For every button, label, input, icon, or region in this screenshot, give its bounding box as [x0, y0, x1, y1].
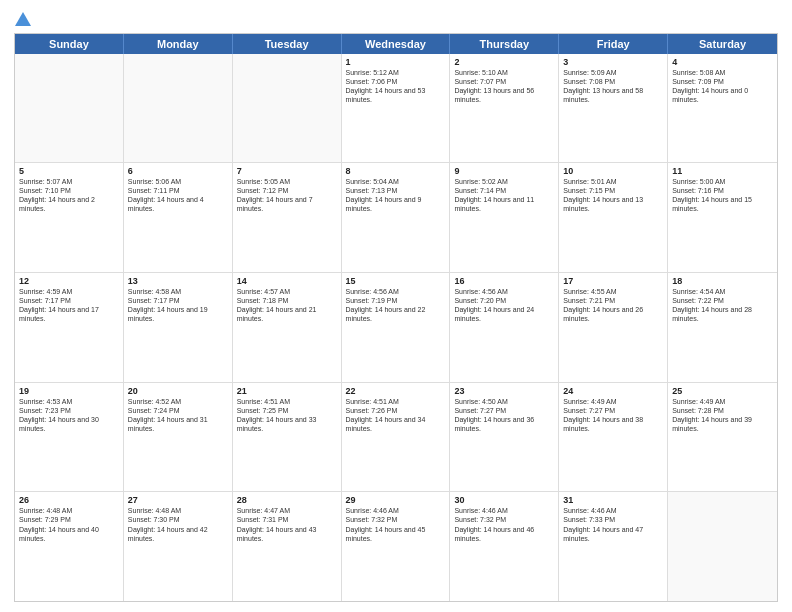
day-number: 28: [237, 495, 337, 505]
day-number: 10: [563, 166, 663, 176]
day-info: Sunrise: 4:52 AM Sunset: 7:24 PM Dayligh…: [128, 397, 228, 433]
day-info: Sunrise: 5:02 AM Sunset: 7:14 PM Dayligh…: [454, 177, 554, 213]
day-number: 13: [128, 276, 228, 286]
svg-marker-0: [15, 12, 31, 26]
day-number: 24: [563, 386, 663, 396]
day-number: 11: [672, 166, 773, 176]
day-number: 7: [237, 166, 337, 176]
calendar-day-empty: [233, 54, 342, 163]
calendar-week-5: 26Sunrise: 4:48 AM Sunset: 7:29 PM Dayli…: [15, 492, 777, 601]
header: [14, 10, 778, 27]
day-info: Sunrise: 4:49 AM Sunset: 7:27 PM Dayligh…: [563, 397, 663, 433]
calendar-day-10: 10Sunrise: 5:01 AM Sunset: 7:15 PM Dayli…: [559, 163, 668, 272]
day-info: Sunrise: 4:51 AM Sunset: 7:26 PM Dayligh…: [346, 397, 446, 433]
calendar-day-25: 25Sunrise: 4:49 AM Sunset: 7:28 PM Dayli…: [668, 383, 777, 492]
calendar-day-12: 12Sunrise: 4:59 AM Sunset: 7:17 PM Dayli…: [15, 273, 124, 382]
calendar-day-empty: [668, 492, 777, 601]
day-number: 5: [19, 166, 119, 176]
day-info: Sunrise: 4:58 AM Sunset: 7:17 PM Dayligh…: [128, 287, 228, 323]
day-number: 21: [237, 386, 337, 396]
calendar-day-empty: [15, 54, 124, 163]
calendar-day-22: 22Sunrise: 4:51 AM Sunset: 7:26 PM Dayli…: [342, 383, 451, 492]
calendar-day-27: 27Sunrise: 4:48 AM Sunset: 7:30 PM Dayli…: [124, 492, 233, 601]
day-number: 27: [128, 495, 228, 505]
calendar-day-4: 4Sunrise: 5:08 AM Sunset: 7:09 PM Daylig…: [668, 54, 777, 163]
day-number: 19: [19, 386, 119, 396]
day-number: 29: [346, 495, 446, 505]
calendar-day-17: 17Sunrise: 4:55 AM Sunset: 7:21 PM Dayli…: [559, 273, 668, 382]
day-number: 26: [19, 495, 119, 505]
day-number: 23: [454, 386, 554, 396]
calendar-day-16: 16Sunrise: 4:56 AM Sunset: 7:20 PM Dayli…: [450, 273, 559, 382]
day-info: Sunrise: 4:59 AM Sunset: 7:17 PM Dayligh…: [19, 287, 119, 323]
day-info: Sunrise: 4:56 AM Sunset: 7:20 PM Dayligh…: [454, 287, 554, 323]
calendar-day-31: 31Sunrise: 4:46 AM Sunset: 7:33 PM Dayli…: [559, 492, 668, 601]
calendar-day-19: 19Sunrise: 4:53 AM Sunset: 7:23 PM Dayli…: [15, 383, 124, 492]
calendar-day-5: 5Sunrise: 5:07 AM Sunset: 7:10 PM Daylig…: [15, 163, 124, 272]
day-number: 30: [454, 495, 554, 505]
day-info: Sunrise: 4:57 AM Sunset: 7:18 PM Dayligh…: [237, 287, 337, 323]
day-info: Sunrise: 4:48 AM Sunset: 7:29 PM Dayligh…: [19, 506, 119, 542]
calendar-day-6: 6Sunrise: 5:06 AM Sunset: 7:11 PM Daylig…: [124, 163, 233, 272]
calendar-day-20: 20Sunrise: 4:52 AM Sunset: 7:24 PM Dayli…: [124, 383, 233, 492]
weekday-header-tuesday: Tuesday: [233, 34, 342, 54]
day-number: 17: [563, 276, 663, 286]
weekday-header-sunday: Sunday: [15, 34, 124, 54]
day-number: 3: [563, 57, 663, 67]
calendar-day-15: 15Sunrise: 4:56 AM Sunset: 7:19 PM Dayli…: [342, 273, 451, 382]
calendar-day-2: 2Sunrise: 5:10 AM Sunset: 7:07 PM Daylig…: [450, 54, 559, 163]
calendar-day-8: 8Sunrise: 5:04 AM Sunset: 7:13 PM Daylig…: [342, 163, 451, 272]
calendar-day-28: 28Sunrise: 4:47 AM Sunset: 7:31 PM Dayli…: [233, 492, 342, 601]
logo: [14, 10, 31, 27]
day-info: Sunrise: 5:06 AM Sunset: 7:11 PM Dayligh…: [128, 177, 228, 213]
day-info: Sunrise: 5:09 AM Sunset: 7:08 PM Dayligh…: [563, 68, 663, 104]
calendar-week-1: 1Sunrise: 5:12 AM Sunset: 7:06 PM Daylig…: [15, 54, 777, 164]
calendar-week-4: 19Sunrise: 4:53 AM Sunset: 7:23 PM Dayli…: [15, 383, 777, 493]
day-info: Sunrise: 5:04 AM Sunset: 7:13 PM Dayligh…: [346, 177, 446, 213]
day-number: 16: [454, 276, 554, 286]
day-info: Sunrise: 4:54 AM Sunset: 7:22 PM Dayligh…: [672, 287, 773, 323]
day-number: 22: [346, 386, 446, 396]
calendar-day-14: 14Sunrise: 4:57 AM Sunset: 7:18 PM Dayli…: [233, 273, 342, 382]
day-number: 6: [128, 166, 228, 176]
day-info: Sunrise: 4:46 AM Sunset: 7:33 PM Dayligh…: [563, 506, 663, 542]
calendar-day-9: 9Sunrise: 5:02 AM Sunset: 7:14 PM Daylig…: [450, 163, 559, 272]
logo-text: [14, 10, 31, 27]
day-number: 9: [454, 166, 554, 176]
day-info: Sunrise: 5:00 AM Sunset: 7:16 PM Dayligh…: [672, 177, 773, 213]
day-number: 15: [346, 276, 446, 286]
calendar-day-23: 23Sunrise: 4:50 AM Sunset: 7:27 PM Dayli…: [450, 383, 559, 492]
day-info: Sunrise: 4:53 AM Sunset: 7:23 PM Dayligh…: [19, 397, 119, 433]
day-number: 31: [563, 495, 663, 505]
calendar-day-26: 26Sunrise: 4:48 AM Sunset: 7:29 PM Dayli…: [15, 492, 124, 601]
day-number: 14: [237, 276, 337, 286]
day-info: Sunrise: 5:07 AM Sunset: 7:10 PM Dayligh…: [19, 177, 119, 213]
calendar-week-2: 5Sunrise: 5:07 AM Sunset: 7:10 PM Daylig…: [15, 163, 777, 273]
day-info: Sunrise: 4:48 AM Sunset: 7:30 PM Dayligh…: [128, 506, 228, 542]
weekday-header-wednesday: Wednesday: [342, 34, 451, 54]
day-number: 12: [19, 276, 119, 286]
day-info: Sunrise: 4:46 AM Sunset: 7:32 PM Dayligh…: [346, 506, 446, 542]
day-number: 8: [346, 166, 446, 176]
calendar-day-30: 30Sunrise: 4:46 AM Sunset: 7:32 PM Dayli…: [450, 492, 559, 601]
day-number: 25: [672, 386, 773, 396]
day-info: Sunrise: 5:05 AM Sunset: 7:12 PM Dayligh…: [237, 177, 337, 213]
day-info: Sunrise: 4:49 AM Sunset: 7:28 PM Dayligh…: [672, 397, 773, 433]
calendar-week-3: 12Sunrise: 4:59 AM Sunset: 7:17 PM Dayli…: [15, 273, 777, 383]
day-info: Sunrise: 4:50 AM Sunset: 7:27 PM Dayligh…: [454, 397, 554, 433]
day-number: 1: [346, 57, 446, 67]
calendar-day-empty: [124, 54, 233, 163]
calendar-day-24: 24Sunrise: 4:49 AM Sunset: 7:27 PM Dayli…: [559, 383, 668, 492]
day-info: Sunrise: 5:08 AM Sunset: 7:09 PM Dayligh…: [672, 68, 773, 104]
day-number: 18: [672, 276, 773, 286]
weekday-header-monday: Monday: [124, 34, 233, 54]
day-number: 4: [672, 57, 773, 67]
calendar-day-29: 29Sunrise: 4:46 AM Sunset: 7:32 PM Dayli…: [342, 492, 451, 601]
weekday-header-friday: Friday: [559, 34, 668, 54]
calendar: SundayMondayTuesdayWednesdayThursdayFrid…: [14, 33, 778, 603]
calendar-day-18: 18Sunrise: 4:54 AM Sunset: 7:22 PM Dayli…: [668, 273, 777, 382]
calendar-day-21: 21Sunrise: 4:51 AM Sunset: 7:25 PM Dayli…: [233, 383, 342, 492]
logo-icon: [15, 12, 31, 26]
calendar-header: SundayMondayTuesdayWednesdayThursdayFrid…: [15, 34, 777, 54]
calendar-day-13: 13Sunrise: 4:58 AM Sunset: 7:17 PM Dayli…: [124, 273, 233, 382]
